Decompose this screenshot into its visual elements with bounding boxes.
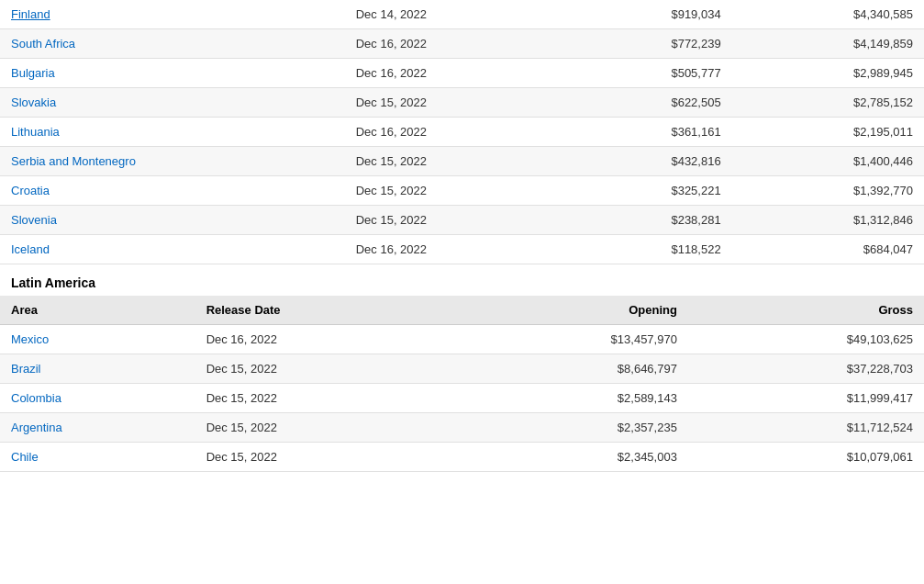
date-cell: Dec 16, 2022: [345, 118, 563, 147]
opening-cell: $2,345,003: [452, 443, 688, 472]
date-cell: Dec 15, 2022: [195, 443, 452, 472]
table-row: ChileDec 15, 2022$2,345,003$10,079,061: [0, 443, 924, 472]
table-row: IcelandDec 16, 2022$118,522$684,047: [0, 235, 924, 264]
opening-cell: $361,161: [563, 118, 732, 147]
area-cell[interactable]: Slovakia: [0, 88, 345, 118]
gross-cell: $2,989,945: [732, 59, 924, 88]
area-cell[interactable]: Argentina: [0, 413, 195, 443]
area-cell[interactable]: Croatia: [0, 176, 345, 206]
opening-cell: $622,505: [563, 88, 732, 118]
header-gross: Gross: [688, 296, 924, 325]
gross-cell: $49,103,625: [688, 325, 924, 354]
table-row: Serbia and MontenegroDec 15, 2022$432,81…: [0, 147, 924, 176]
gross-cell: $1,312,846: [732, 206, 924, 235]
gross-cell: $11,712,524: [688, 413, 924, 443]
opening-cell: $325,221: [563, 176, 732, 206]
top-section-table: FinlandDec 14, 2022$919,034$4,340,585Sou…: [0, 0, 924, 264]
date-cell: Dec 16, 2022: [195, 325, 452, 354]
area-cell[interactable]: Brazil: [0, 354, 195, 384]
table-row: CroatiaDec 15, 2022$325,221$1,392,770: [0, 176, 924, 206]
opening-cell: $505,777: [563, 59, 732, 88]
date-cell: Dec 15, 2022: [195, 413, 452, 443]
date-cell: Dec 16, 2022: [345, 59, 563, 88]
opening-cell: $2,357,235: [452, 413, 688, 443]
opening-cell: $118,522: [563, 235, 732, 264]
opening-cell: $2,589,143: [452, 384, 688, 413]
opening-cell: $772,239: [563, 29, 732, 59]
header-release_date: Release Date: [195, 296, 452, 325]
date-cell: Dec 16, 2022: [345, 235, 563, 264]
table-row: MexicoDec 16, 2022$13,457,970$49,103,625: [0, 325, 924, 354]
gross-cell: $4,149,859: [732, 29, 924, 59]
table-row: LithuaniaDec 16, 2022$361,161$2,195,011: [0, 118, 924, 147]
main-container: FinlandDec 14, 2022$919,034$4,340,585Sou…: [0, 0, 924, 472]
gross-cell: $2,195,011: [732, 118, 924, 147]
opening-cell: $8,646,797: [452, 354, 688, 384]
opening-cell: $432,816: [563, 147, 732, 176]
gross-cell: $37,228,703: [688, 354, 924, 384]
date-cell: Dec 15, 2022: [345, 176, 563, 206]
date-cell: Dec 14, 2022: [345, 0, 563, 29]
gross-cell: $2,785,152: [732, 88, 924, 118]
table-row: FinlandDec 14, 2022$919,034$4,340,585: [0, 0, 924, 29]
table-row: ArgentinaDec 15, 2022$2,357,235$11,712,5…: [0, 413, 924, 443]
area-cell[interactable]: Slovenia: [0, 206, 345, 235]
gross-cell: $4,340,585: [732, 0, 924, 29]
gross-cell: $1,400,446: [732, 147, 924, 176]
date-cell: Dec 15, 2022: [195, 354, 452, 384]
gross-cell: $1,392,770: [732, 176, 924, 206]
latin-america-table: AreaRelease DateOpeningGross MexicoDec 1…: [0, 296, 924, 472]
table-row: ColombiaDec 15, 2022$2,589,143$11,999,41…: [0, 384, 924, 413]
date-cell: Dec 16, 2022: [345, 29, 563, 59]
table-row: BulgariaDec 16, 2022$505,777$2,989,945: [0, 59, 924, 88]
gross-cell: $10,079,061: [688, 443, 924, 472]
gross-cell: $11,999,417: [688, 384, 924, 413]
header-opening: Opening: [452, 296, 688, 325]
date-cell: Dec 15, 2022: [345, 206, 563, 235]
area-cell[interactable]: Colombia: [0, 384, 195, 413]
table-row: SlovakiaDec 15, 2022$622,505$2,785,152: [0, 88, 924, 118]
area-cell[interactable]: Bulgaria: [0, 59, 345, 88]
area-cell[interactable]: Finland: [0, 0, 345, 29]
area-cell[interactable]: Serbia and Montenegro: [0, 147, 345, 176]
table-row: BrazilDec 15, 2022$8,646,797$37,228,703: [0, 354, 924, 384]
table-row: SloveniaDec 15, 2022$238,281$1,312,846: [0, 206, 924, 235]
date-cell: Dec 15, 2022: [345, 88, 563, 118]
date-cell: Dec 15, 2022: [345, 147, 563, 176]
area-cell[interactable]: Chile: [0, 443, 195, 472]
area-cell[interactable]: Lithuania: [0, 118, 345, 147]
table-row: South AfricaDec 16, 2022$772,239$4,149,8…: [0, 29, 924, 59]
date-cell: Dec 15, 2022: [195, 384, 452, 413]
gross-cell: $684,047: [732, 235, 924, 264]
opening-cell: $919,034: [563, 0, 732, 29]
area-cell[interactable]: South Africa: [0, 29, 345, 59]
latin-america-header: Latin America: [0, 264, 924, 296]
header-area: Area: [0, 296, 195, 325]
area-cell[interactable]: Mexico: [0, 325, 195, 354]
opening-cell: $13,457,970: [452, 325, 688, 354]
area-cell[interactable]: Iceland: [0, 235, 345, 264]
opening-cell: $238,281: [563, 206, 732, 235]
